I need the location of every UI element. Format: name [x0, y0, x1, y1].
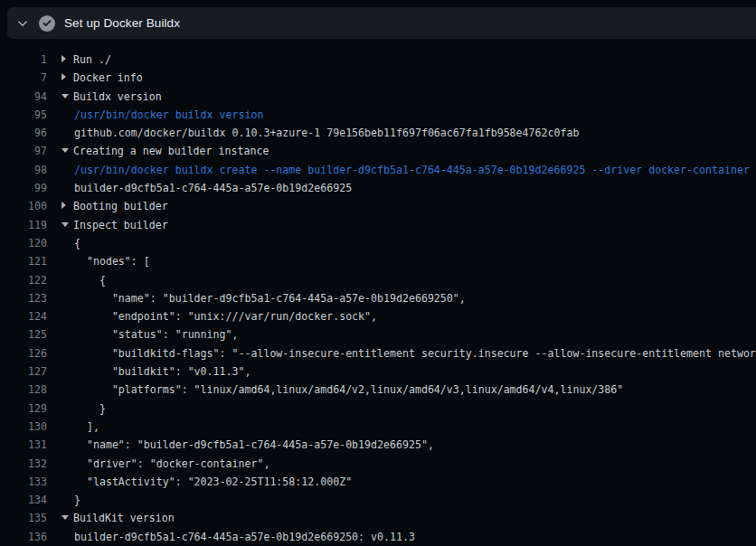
log-row: 128 "platforms": "linux/amd64,linux/amd6…: [0, 381, 756, 399]
line-number[interactable]: 99: [0, 179, 47, 197]
log-row: 99builder-d9cfb5a1-c764-445a-a57e-0b19d2…: [0, 179, 756, 197]
log-group-row[interactable]: 119Inspect builder: [0, 216, 756, 234]
log-row: 95/usr/bin/docker buildx version: [0, 106, 756, 124]
expand-arrow-icon[interactable]: [61, 197, 73, 215]
log-text: ],: [74, 420, 99, 433]
line-number[interactable]: 126: [0, 344, 47, 362]
line-number[interactable]: 1: [0, 51, 47, 69]
log-text: "platforms": "linux/amd64,linux/amd64/v2…: [74, 383, 623, 396]
line-number[interactable]: 127: [0, 362, 47, 381]
line-number[interactable]: 7: [0, 69, 47, 87]
line-number[interactable]: 128: [0, 381, 47, 399]
line-number[interactable]: 132: [0, 455, 47, 473]
log-line-body: github.com/docker/buildx 0.10.3+azure-1 …: [47, 124, 579, 142]
expand-arrow-icon[interactable]: [61, 51, 73, 69]
log-text: "buildkit": "v0.11.3",: [74, 365, 250, 378]
log-text: {: [74, 274, 106, 287]
line-number[interactable]: 135: [0, 509, 47, 527]
log-line-body: ],: [47, 418, 99, 436]
log-line-body: /usr/bin/docker buildx create --name bui…: [47, 161, 750, 179]
line-number[interactable]: 97: [0, 142, 47, 160]
log-line-body: "endpoint": "unix:///var/run/docker.sock…: [47, 307, 377, 325]
log-line-body: "status": "running",: [47, 325, 238, 344]
log-line-body[interactable]: Run ./: [47, 51, 111, 69]
log-line-body: "name": "builder-d9cfb5a1-c764-445a-a57e…: [47, 289, 466, 307]
log-line-body: "buildkit": "v0.11.3",: [47, 362, 250, 381]
log-text: builder-d9cfb5a1-c764-445a-a57e-0b19d2e6…: [74, 531, 415, 543]
chevron-down-icon[interactable]: [16, 17, 29, 30]
log-row: 132 "driver": "docker-container",: [0, 455, 756, 473]
log-row: 127 "buildkit": "v0.11.3",: [0, 362, 756, 381]
log-row: 124 "endpoint": "unix:///var/run/docker.…: [0, 307, 756, 325]
line-number[interactable]: 121: [0, 252, 47, 270]
log-text: "name": "builder-d9cfb5a1-c764-445a-a57e…: [74, 438, 434, 451]
log-group-row[interactable]: 97Creating a new builder instance: [0, 142, 756, 160]
line-number[interactable]: 122: [0, 271, 47, 289]
group-title: Inspect builder: [73, 219, 168, 231]
expand-arrow-icon[interactable]: [61, 69, 73, 87]
group-title: Booting builder: [73, 200, 168, 212]
log-text: "name": "builder-d9cfb5a1-c764-445a-a57e…: [74, 292, 466, 305]
line-number[interactable]: 134: [0, 491, 47, 509]
log-line-body: "platforms": "linux/amd64,linux/amd64/v2…: [47, 381, 623, 399]
log-text: {: [74, 237, 80, 249]
log-text: }: [74, 402, 106, 415]
group-title: Docker info: [73, 71, 143, 84]
log-line-body: "name": "builder-d9cfb5a1-c764-445a-a57e…: [47, 436, 434, 454]
line-number[interactable]: 120: [0, 234, 47, 252]
line-number[interactable]: 130: [0, 418, 47, 436]
line-number[interactable]: 129: [0, 400, 47, 418]
line-number[interactable]: 98: [0, 161, 47, 179]
collapse-arrow-icon[interactable]: [61, 216, 73, 234]
collapse-arrow-icon[interactable]: [61, 509, 73, 527]
log-line-body: }: [47, 491, 80, 509]
collapse-arrow-icon[interactable]: [61, 142, 73, 160]
log-line-body[interactable]: Docker info: [47, 69, 143, 87]
log-group-row[interactable]: 1Run ./: [0, 51, 756, 69]
log-group-row[interactable]: 94Buildx version: [0, 88, 756, 106]
log-row: 122 {: [0, 271, 756, 289]
line-number[interactable]: 100: [0, 197, 47, 215]
step-header[interactable]: Set up Docker Buildx: [7, 7, 756, 39]
log-line-body: "driver": "docker-container",: [47, 455, 269, 473]
line-number[interactable]: 119: [0, 216, 47, 234]
log-line-body: {: [47, 271, 106, 289]
line-number[interactable]: 136: [0, 528, 47, 546]
collapse-arrow-icon[interactable]: [61, 88, 73, 106]
log-row: 133 "lastActivity": "2023-02-25T11:58:12…: [0, 473, 756, 491]
line-number[interactable]: 133: [0, 473, 47, 491]
log-group-row[interactable]: 100Booting builder: [0, 197, 756, 215]
log-line-body[interactable]: Inspect builder: [47, 216, 168, 234]
log-line-body: /usr/bin/docker buildx version: [47, 106, 263, 124]
log-line-body: "buildkitd-flags": "--allow-insecure-ent…: [47, 344, 756, 362]
group-title: Creating a new builder instance: [73, 145, 269, 157]
line-number[interactable]: 94: [0, 88, 47, 106]
group-title: BuildKit version: [73, 512, 175, 524]
line-number[interactable]: 96: [0, 124, 47, 142]
log-text: github.com/docker/buildx 0.10.3+azure-1 …: [74, 127, 579, 139]
log-group-row[interactable]: 7Docker info: [0, 69, 756, 87]
line-number[interactable]: 124: [0, 307, 47, 325]
actions-log-viewer: Set up Docker Buildx 1Run ./7Docker info…: [0, 0, 756, 546]
log-line-body: }: [47, 400, 106, 418]
log-text: "driver": "docker-container",: [74, 457, 269, 470]
group-title: Buildx version: [73, 90, 162, 103]
log-line-body[interactable]: Creating a new builder instance: [47, 142, 269, 160]
log-text: "nodes": [: [74, 255, 150, 268]
line-number[interactable]: 123: [0, 289, 47, 307]
log-line-body[interactable]: BuildKit version: [47, 509, 175, 527]
line-number[interactable]: 95: [0, 106, 47, 124]
log-text: "status": "running",: [74, 328, 238, 341]
log-line-body: "lastActivity": "2023-02-25T11:58:12.000…: [47, 473, 352, 491]
log-row: 131 "name": "builder-d9cfb5a1-c764-445a-…: [0, 436, 756, 454]
line-number[interactable]: 131: [0, 436, 47, 454]
log-line-body[interactable]: Buildx version: [47, 88, 162, 106]
log-line-body[interactable]: Booting builder: [47, 197, 168, 215]
line-number[interactable]: 125: [0, 325, 47, 344]
log-row: 98/usr/bin/docker buildx create --name b…: [0, 161, 756, 179]
log-group-row[interactable]: 135BuildKit version: [0, 509, 756, 527]
log-row: 129 }: [0, 400, 756, 418]
log-row: 123 "name": "builder-d9cfb5a1-c764-445a-…: [0, 289, 756, 307]
log-text: "endpoint": "unix:///var/run/docker.sock…: [74, 310, 377, 323]
log-lines: 1Run ./7Docker info94Buildx version95/us…: [0, 39, 756, 546]
